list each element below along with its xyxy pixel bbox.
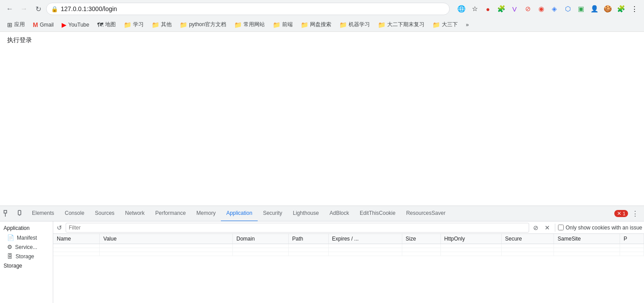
bookmark-python[interactable]: 📁 python官方文档 (176, 19, 230, 30)
bookmark-star-icon[interactable]: ☆ (468, 3, 481, 15)
netdisk-label: 网盘搜索 (310, 21, 331, 28)
tab-resourcessaver[interactable]: ResourcesSaver (401, 206, 451, 221)
folder-ml-icon: 📁 (339, 21, 347, 28)
error-badge[interactable]: ✕ 1 (614, 210, 628, 217)
apps-button[interactable]: ⊞ 应用 (4, 19, 28, 30)
common-sites-label: 常用网站 (243, 21, 265, 28)
folder-senior-icon: 📁 (432, 21, 440, 28)
apps-label: 应用 (14, 21, 25, 28)
bookmark-youtube[interactable]: ▶ YouTube (58, 19, 93, 30)
bookmark-frontend[interactable]: 📁 前端 (269, 19, 296, 30)
bookmark-netdisk[interactable]: 📁 网盘搜索 (297, 19, 335, 30)
tab-performance[interactable]: Performance (150, 206, 191, 221)
gmail-icon: M (33, 21, 38, 28)
forward-button[interactable]: → (18, 3, 30, 15)
ext-puzzle-icon[interactable]: 🧩 (495, 3, 507, 15)
bookmark-gmail[interactable]: M Gmail (29, 19, 57, 30)
devtools-body: Application 📄 Manifest ⚙ Service... 🗄 St… (0, 221, 644, 303)
sidebar-item-storage[interactable]: 🗄 Storage (0, 252, 53, 261)
table-row[interactable] (53, 252, 644, 256)
ext-menu-icon[interactable]: ⋮ (628, 3, 640, 15)
ext-puzzle2-icon[interactable]: 🧩 (615, 3, 627, 15)
issues-checkbox[interactable] (558, 225, 564, 230)
translate-icon[interactable]: 🌐 (455, 3, 467, 15)
ext-violet-icon[interactable]: V (508, 3, 521, 15)
frontend-label: 前端 (282, 21, 293, 28)
sidebar-item-manifest[interactable]: 📄 Manifest (0, 233, 53, 242)
tab-network[interactable]: Network (120, 206, 150, 221)
maps-icon: 🗺 (97, 21, 103, 28)
filter-checkbox-row: Only show cookies with an issue (558, 225, 642, 231)
bookmark-maps[interactable]: 🗺 地图 (94, 19, 119, 30)
svg-rect-2 (18, 210, 21, 215)
tab-lighthouse[interactable]: Lighthouse (287, 206, 324, 221)
study-label: 学习 (133, 21, 144, 28)
sidebar-header-storage: Storage (0, 261, 53, 271)
sidebar-header-application: Application (0, 223, 53, 233)
youtube-label: YouTube (68, 22, 89, 28)
svg-rect-0 (4, 210, 7, 213)
bookmark-final[interactable]: 📁 大二下期末复习 (374, 19, 428, 30)
devtools-inspect-icon[interactable] (2, 208, 12, 219)
ext-circle-icon[interactable]: ◉ (535, 3, 547, 15)
col-samesite: SameSite (554, 234, 620, 244)
bookmark-more[interactable]: » (462, 20, 472, 30)
folder-final-icon: 📁 (378, 21, 385, 28)
filter-clear-icon[interactable]: ⊘ (531, 223, 541, 233)
tab-sources[interactable]: Sources (90, 206, 120, 221)
service-icon: ⚙ (7, 244, 12, 250)
page-main-text: 执行登录 (7, 36, 32, 43)
filter-close-icon[interactable]: ✕ (542, 223, 552, 233)
tab-console[interactable]: Console (59, 206, 90, 221)
tab-memory[interactable]: Memory (191, 206, 221, 221)
devtools-panel: Elements Console Sources Network Perform… (0, 206, 644, 303)
folder-other-icon: 📁 (152, 21, 159, 28)
folder-frontend-icon: 📁 (273, 21, 280, 28)
devtools-tabs-bar: Elements Console Sources Network Perform… (0, 206, 644, 221)
tab-elements[interactable]: Elements (27, 206, 59, 221)
filter-input[interactable] (66, 223, 529, 233)
ext-blue-icon[interactable]: ◈ (548, 3, 561, 15)
devtools-more-icon[interactable]: ⋮ (630, 208, 640, 219)
cookie-tbody (53, 244, 644, 256)
bookmark-ml[interactable]: 📁 机器学习 (336, 19, 373, 30)
youtube-icon: ▶ (62, 21, 67, 28)
more-label: » (466, 22, 469, 28)
filter-divider (555, 224, 555, 232)
back-button[interactable]: ← (4, 3, 16, 15)
storage-icon: 🗄 (7, 253, 13, 260)
col-secure: Secure (501, 234, 554, 244)
table-row[interactable] (53, 248, 644, 252)
tab-adblock[interactable]: AdBlock (324, 206, 354, 221)
ext-red-icon[interactable]: ● (482, 3, 494, 15)
col-httponly: HttpOnly (440, 234, 501, 244)
url-text: 127.0.0.1:3000/login (61, 5, 445, 12)
address-bar[interactable]: 🔒 127.0.0.1:3000/login (46, 3, 450, 15)
refresh-button[interactable]: ↺ (55, 223, 64, 232)
sidebar-item-service[interactable]: ⚙ Service... (0, 242, 53, 252)
ext-teal-icon[interactable]: ⬡ (562, 3, 574, 15)
ext-stop-icon[interactable]: ⊘ (522, 3, 534, 15)
final-label: 大二下期末复习 (387, 21, 424, 28)
bookmarks-bar: ⊞ 应用 M Gmail ▶ YouTube 🗺 地图 📁 学习 📁 其他 📁 … (0, 18, 644, 32)
tab-application[interactable]: Application (221, 206, 258, 221)
ext-green-icon[interactable]: ▣ (575, 3, 587, 15)
python-label: python官方文档 (189, 21, 226, 28)
bookmark-senior[interactable]: 📁 大三下 (429, 19, 461, 30)
ext-user-icon[interactable]: 👤 (588, 3, 601, 15)
devtools-mobile-icon[interactable] (14, 208, 25, 219)
bookmark-study[interactable]: 📁 学习 (120, 19, 147, 30)
tab-editthiscookie[interactable]: EditThisCookie (354, 206, 401, 221)
tab-security[interactable]: Security (258, 206, 287, 221)
ext-cookie-icon[interactable]: 🍪 (601, 3, 614, 15)
filter-bar: ↺ ⊘ ✕ Only show cookies with an issue (53, 221, 644, 234)
lock-icon: 🔒 (51, 6, 58, 12)
reload-button[interactable]: ↻ (32, 3, 44, 15)
senior-label: 大三下 (442, 21, 458, 28)
gmail-label: Gmail (40, 22, 54, 28)
table-row[interactable] (53, 244, 644, 248)
cookies-data-table: Name Value Domain Path Expires / ... Siz… (53, 234, 644, 256)
bookmark-common-sites[interactable]: 📁 常用网站 (231, 19, 268, 30)
bookmark-other[interactable]: 📁 其他 (148, 19, 175, 30)
toolbar-icons: 🌐 ☆ ● 🧩 V ⊘ ◉ ◈ ⬡ ▣ 👤 🍪 🧩 ⋮ (455, 3, 640, 15)
